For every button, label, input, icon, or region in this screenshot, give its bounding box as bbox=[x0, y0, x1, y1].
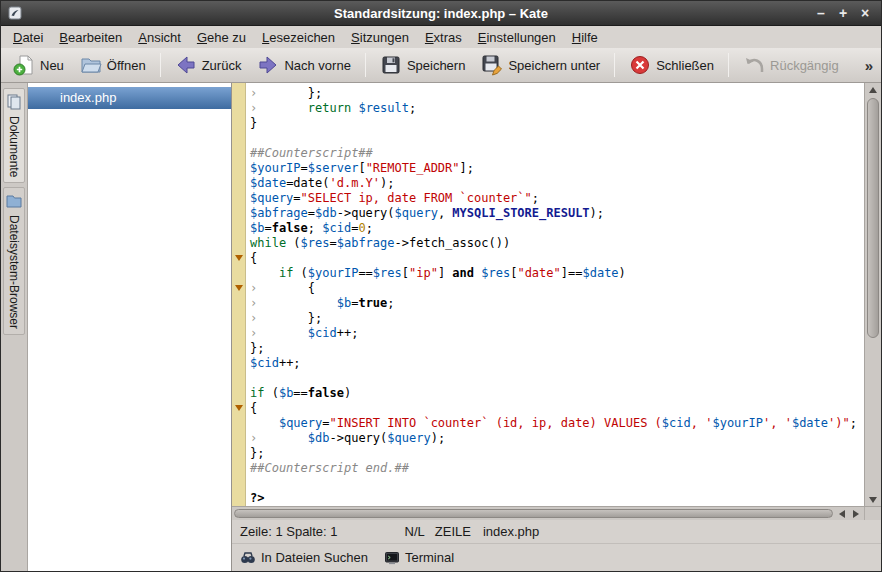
menu-gehe-zu[interactable]: Gehe zu bbox=[189, 28, 254, 47]
toolbar-overflow-button[interactable]: » bbox=[861, 57, 877, 74]
scroll-down-button[interactable] bbox=[865, 493, 881, 506]
maximize-button[interactable]: + bbox=[833, 3, 853, 23]
fold-marker-icon[interactable] bbox=[235, 285, 243, 291]
code-segment: ); bbox=[590, 206, 604, 220]
search-in-files-button[interactable]: In Dateien Suchen bbox=[240, 550, 368, 566]
code-segment: $db bbox=[315, 206, 337, 220]
menu-sitzungen[interactable]: Sitzungen bbox=[343, 28, 417, 47]
vertical-scrollbar[interactable] bbox=[864, 83, 881, 506]
code-segment: MYSQLI_STORE_RESULT bbox=[452, 206, 589, 220]
code-segment: ; bbox=[850, 416, 857, 430]
code-segment: ##Counterscript## bbox=[250, 146, 373, 160]
code-segment: ; bbox=[387, 296, 394, 310]
code-segment: ++; bbox=[337, 326, 359, 340]
horizontal-scrollbar[interactable] bbox=[232, 506, 881, 520]
horizontal-scroll-buttons bbox=[835, 507, 863, 520]
code-line: { bbox=[250, 251, 864, 266]
code-segment: } bbox=[250, 116, 257, 130]
code-segment: { bbox=[250, 251, 257, 265]
code-segment: ##Counterscript end.## bbox=[250, 461, 409, 475]
vertical-scrollbar-thumb[interactable] bbox=[867, 98, 879, 338]
menubar: DateiBearbeitenAnsichtGehe zuLesezeichen… bbox=[1, 26, 881, 48]
toolbar-button-label: Rückgängig bbox=[770, 58, 839, 73]
statusbar-filename: index.php bbox=[483, 524, 539, 539]
code-segment: ; bbox=[308, 221, 322, 235]
terminal-button[interactable]: Terminal bbox=[384, 550, 454, 566]
horizontal-scrollbar-thumb[interactable] bbox=[234, 509, 833, 518]
filesystem-browser-icon bbox=[6, 193, 22, 209]
scroll-right-button[interactable] bbox=[849, 507, 863, 520]
scroll-left-button[interactable] bbox=[835, 507, 849, 520]
code-area[interactable]: › };› return $result;}##Counterscript##$… bbox=[232, 83, 864, 506]
sidebar-tab-dateisystem-browser[interactable]: Dateisystem-Browser bbox=[3, 187, 25, 335]
menu-bearbeiten[interactable]: Bearbeiten bbox=[51, 28, 130, 47]
toolbar-separator bbox=[614, 53, 615, 77]
save-as-button[interactable]: Speichern unter bbox=[473, 50, 608, 80]
code-segment: $cid bbox=[662, 416, 691, 430]
code-line: while ($res=$abfrage->fetch_assoc()) bbox=[250, 236, 864, 251]
toolbar-items: NeuÖffnenZurückNach vorneSpeichernSpeich… bbox=[5, 48, 861, 82]
close-document-icon bbox=[629, 54, 651, 76]
fold-marker-icon[interactable] bbox=[235, 255, 243, 261]
toolbar-button-label: Öffnen bbox=[107, 58, 146, 73]
window-controls: – + × bbox=[811, 3, 881, 23]
code-line: }; bbox=[250, 446, 864, 461]
back-arrow-icon bbox=[175, 54, 197, 76]
open-folder-icon bbox=[80, 54, 102, 76]
code-segment: $yourIP bbox=[712, 416, 763, 430]
code-segment: "REMOTE_ADDR" bbox=[366, 161, 460, 175]
code-segment: false bbox=[272, 221, 308, 235]
menu-extras[interactable]: Extras bbox=[417, 28, 470, 47]
code-segment: ; bbox=[366, 221, 373, 235]
code-segment: while bbox=[250, 236, 286, 250]
bottom-tool-label: In Dateien Suchen bbox=[261, 550, 368, 565]
sidebar-tab-label: Dateisystem-Browser bbox=[7, 215, 21, 329]
tool-sidebar: DokumenteDateisystem-Browser bbox=[1, 83, 28, 571]
undo-button[interactable]: Rückgängig bbox=[735, 50, 847, 80]
code-segment: =date( bbox=[286, 176, 329, 190]
bottom-tool-label: Terminal bbox=[405, 550, 454, 565]
menu-lesezeichen[interactable]: Lesezeichen bbox=[254, 28, 343, 47]
search-in-files-icon bbox=[240, 550, 256, 566]
menu-einstellungen[interactable]: Einstellungen bbox=[470, 28, 564, 47]
close-button[interactable]: × bbox=[855, 3, 875, 23]
toolbar-separator bbox=[728, 53, 729, 77]
code-segment: { bbox=[250, 401, 257, 415]
menu-datei[interactable]: Datei bbox=[5, 28, 51, 47]
back-button[interactable]: Zurück bbox=[167, 50, 250, 80]
forward-button[interactable]: Nach vorne bbox=[249, 50, 358, 80]
code-segment: $b bbox=[279, 386, 293, 400]
save-button[interactable]: Speichern bbox=[372, 50, 474, 80]
code-line: $yourIP=$server["REMOTE_ADDR"]; bbox=[250, 161, 864, 176]
scroll-up-button[interactable] bbox=[865, 83, 881, 96]
code-line: $b=false; $cid=0; bbox=[250, 221, 864, 236]
code-line: }; bbox=[250, 341, 864, 356]
document-list-item[interactable]: index.php bbox=[28, 87, 231, 109]
code-line: if ($yourIP==$res["ip"] and $res["date"]… bbox=[250, 266, 864, 281]
code-segment: $query bbox=[387, 431, 430, 445]
code-segment: 'd.m.Y' bbox=[329, 176, 380, 190]
code-segment: = bbox=[322, 416, 329, 430]
close-document-button[interactable]: Schließen bbox=[621, 50, 722, 80]
code-segment: $b bbox=[337, 296, 351, 310]
minimize-button[interactable]: – bbox=[811, 3, 831, 23]
sidebar-tab-dokumente[interactable]: Dokumente bbox=[3, 88, 25, 183]
code-segment bbox=[257, 431, 308, 445]
open-button[interactable]: Öffnen bbox=[72, 50, 154, 80]
menu-ansicht[interactable]: Ansicht bbox=[130, 28, 189, 47]
code-line: › $b=true; bbox=[250, 296, 864, 311]
code-segment: ', ' bbox=[763, 416, 792, 430]
editor[interactable]: › };› return $result;}##Counterscript##$… bbox=[232, 83, 881, 506]
code-segment: == bbox=[358, 266, 372, 280]
menu-hilfe[interactable]: Hilfe bbox=[564, 28, 606, 47]
code-segment: $yourIP bbox=[308, 266, 359, 280]
code-segment: ; bbox=[409, 101, 416, 115]
new-button[interactable]: Neu bbox=[5, 50, 72, 80]
statusbar: Zeile: 1 Spalte: 1 N/L ZEILE index.php bbox=[232, 520, 881, 543]
code-segment: $res bbox=[301, 236, 330, 250]
code-line: › $db->query($query); bbox=[250, 431, 864, 446]
fold-marker-icon[interactable] bbox=[235, 405, 243, 411]
code-segment: "ip" bbox=[409, 266, 438, 280]
code-line bbox=[250, 371, 864, 386]
code-line: ##Counterscript end.## bbox=[250, 461, 864, 476]
